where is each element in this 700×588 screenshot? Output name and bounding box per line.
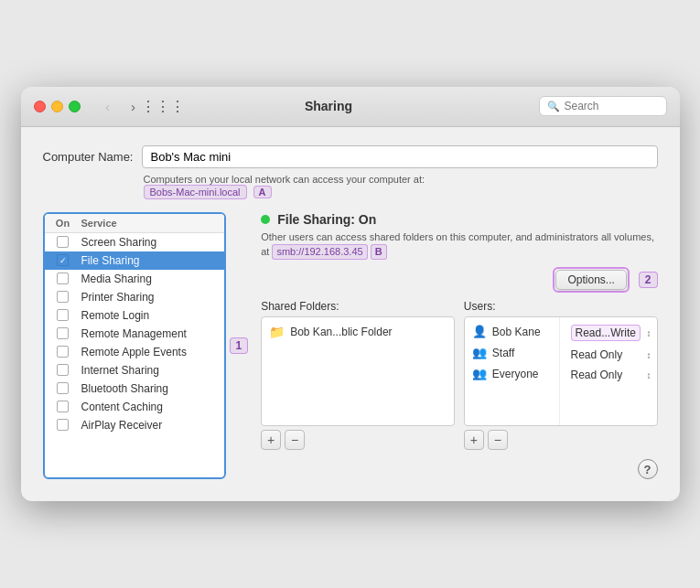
annotation-1: 1 (230, 337, 249, 354)
folder-btn-row: + − (261, 430, 455, 450)
service-name-content-caching: Content Caching (81, 401, 224, 413)
checkbox-content-caching[interactable] (45, 401, 81, 412)
users-permissions-box: 👤 Bob Kane 👥 Staff 👥 Everyone (464, 316, 658, 426)
checkbox-screen-sharing[interactable] (45, 236, 81, 248)
add-user-button[interactable]: + (464, 430, 484, 450)
shared-folders-label: Shared Folders: (261, 300, 455, 313)
search-box[interactable]: 🔍 (539, 96, 667, 116)
header-on: On (45, 218, 81, 229)
cb-screen-sharing[interactable] (57, 236, 69, 248)
sidebar-item-media-sharing[interactable]: Media Sharing (45, 270, 224, 288)
traffic-lights (34, 101, 81, 112)
window-title: Sharing (126, 99, 532, 113)
folder-icon: 📁 (269, 325, 285, 339)
sidebar-item-screen-sharing[interactable]: Screen Sharing (45, 233, 224, 251)
checkbox-remote-management[interactable] (45, 327, 81, 339)
checkbox-printer-sharing[interactable] (45, 291, 81, 303)
sidebar-item-internet-sharing[interactable]: Internet Sharing (45, 361, 224, 380)
cb-media-sharing[interactable] (57, 273, 69, 284)
annotation-a: A (253, 186, 272, 198)
checkbox-file-sharing[interactable]: ✓ (45, 254, 81, 266)
shared-folders-list: 📁 Bob Kan...blic Folder (261, 316, 455, 426)
cb-airplay-receiver[interactable] (57, 419, 69, 431)
user-icon: 👤 (472, 325, 487, 338)
sidebar-item-remote-management[interactable]: Remote Management (45, 325, 224, 343)
perm-item-everyone: Read Only ↕ (565, 365, 657, 385)
perm-item-bob: Read...Write ↕ (565, 321, 657, 345)
list-item[interactable]: 👥 Everyone (465, 363, 559, 384)
remove-folder-button[interactable]: − (285, 430, 305, 450)
checkbox-remote-apple-events[interactable] (45, 346, 81, 358)
right-panel: File Sharing: On Other users can access … (261, 212, 657, 480)
user-name-everyone: Everyone (492, 368, 539, 380)
sidebar-item-airplay-receiver[interactable]: AirPlay Receiver (45, 416, 224, 434)
maximize-button[interactable] (69, 101, 81, 112)
cb-printer-sharing[interactable] (57, 291, 69, 303)
options-btn-highlight: Options... (553, 267, 629, 293)
cb-remote-login[interactable] (57, 309, 69, 321)
minimize-button[interactable] (51, 101, 63, 112)
service-name-file-sharing: File Sharing (81, 254, 224, 267)
list-item[interactable]: 👥 Staff (465, 342, 559, 363)
folder-name: Bob Kan...blic Folder (290, 326, 392, 338)
service-name-remote-login: Remote Login (81, 309, 224, 322)
search-input[interactable] (565, 100, 659, 112)
list-item[interactable]: 📁 Bob Kan...blic Folder (262, 321, 454, 343)
perm-label-everyone: Read Only (571, 369, 623, 381)
users-col: Users: 👤 Bob Kane 👥 Staff (464, 300, 658, 450)
cb-bluetooth-sharing[interactable] (57, 382, 69, 394)
back-button[interactable]: ‹ (97, 95, 119, 117)
help-button[interactable]: ? (638, 459, 658, 479)
cb-remote-management[interactable] (57, 327, 69, 339)
perm-stepper-bob[interactable]: ↕ (647, 328, 652, 338)
checkbox-internet-sharing[interactable] (45, 364, 81, 376)
service-name-printer-sharing: Printer Sharing (81, 291, 224, 304)
system-preferences-window: ‹ › ⋮⋮⋮ Sharing 🔍 Computer Name: Compute… (21, 87, 680, 502)
sidebar-item-bluetooth-sharing[interactable]: Bluetooth Sharing (45, 380, 224, 398)
perm-stepper-everyone[interactable]: ↕ (647, 370, 652, 380)
sidebar-item-content-caching[interactable]: Content Caching (45, 398, 224, 416)
cb-remote-apple-events[interactable] (57, 346, 69, 358)
cb-file-sharing[interactable]: ✓ (57, 254, 69, 266)
list-item[interactable]: 👤 Bob Kane (465, 321, 559, 342)
perm-item-staff: Read Only ↕ (565, 345, 657, 365)
annotation-b: B (371, 244, 387, 260)
close-button[interactable] (34, 101, 46, 112)
service-name-screen-sharing: Screen Sharing (81, 236, 224, 249)
user-btn-row: + − (464, 430, 658, 450)
checkbox-bluetooth-sharing[interactable] (45, 382, 81, 394)
options-button[interactable]: Options... (555, 270, 626, 290)
bottom-row: ? (261, 450, 657, 479)
cb-content-caching[interactable] (57, 401, 69, 412)
service-name-media-sharing: Media Sharing (81, 273, 224, 285)
computer-name-label: Computer Name: (43, 150, 134, 164)
service-name-internet-sharing: Internet Sharing (81, 364, 224, 377)
options-row: Options... 2 (261, 267, 657, 293)
perm-stepper-staff[interactable]: ↕ (647, 350, 652, 360)
service-name-bluetooth-sharing: Bluetooth Sharing (81, 382, 224, 395)
smb-address: smb://192.168.3.45 (272, 244, 367, 260)
computer-name-input[interactable] (142, 145, 657, 168)
folders-users-area: Shared Folders: 📁 Bob Kan...blic Folder … (261, 300, 657, 450)
checkbox-media-sharing[interactable] (45, 273, 81, 284)
sidebar-item-printer-sharing[interactable]: Printer Sharing (45, 288, 224, 306)
remove-user-button[interactable]: − (488, 430, 508, 450)
checkbox-airplay-receiver[interactable] (45, 419, 81, 431)
sidebar-item-file-sharing[interactable]: ✓ File Sharing (45, 251, 224, 270)
titlebar: ‹ › ⋮⋮⋮ Sharing 🔍 (21, 87, 680, 127)
users-label: Users: (464, 300, 658, 313)
add-folder-button[interactable]: + (261, 430, 281, 450)
service-list-panel: On Service Screen Sharing ✓ (43, 212, 226, 480)
status-description: Other users can access shared folders on… (261, 230, 657, 261)
user-icon: 👥 (472, 346, 487, 359)
sidebar-item-remote-login[interactable]: Remote Login (45, 306, 224, 325)
computer-name-sub: Computers on your local network can acce… (144, 174, 658, 199)
main-area: On Service Screen Sharing ✓ (43, 212, 658, 480)
service-list-header: On Service (45, 214, 224, 233)
user-name-staff: Staff (492, 347, 514, 359)
checkbox-remote-login[interactable] (45, 309, 81, 321)
cb-internet-sharing[interactable] (57, 364, 69, 376)
perm-label-bob: Read...Write (571, 325, 641, 341)
sidebar-item-remote-apple-events[interactable]: Remote Apple Events (45, 343, 224, 361)
service-name-airplay-receiver: AirPlay Receiver (81, 419, 224, 432)
